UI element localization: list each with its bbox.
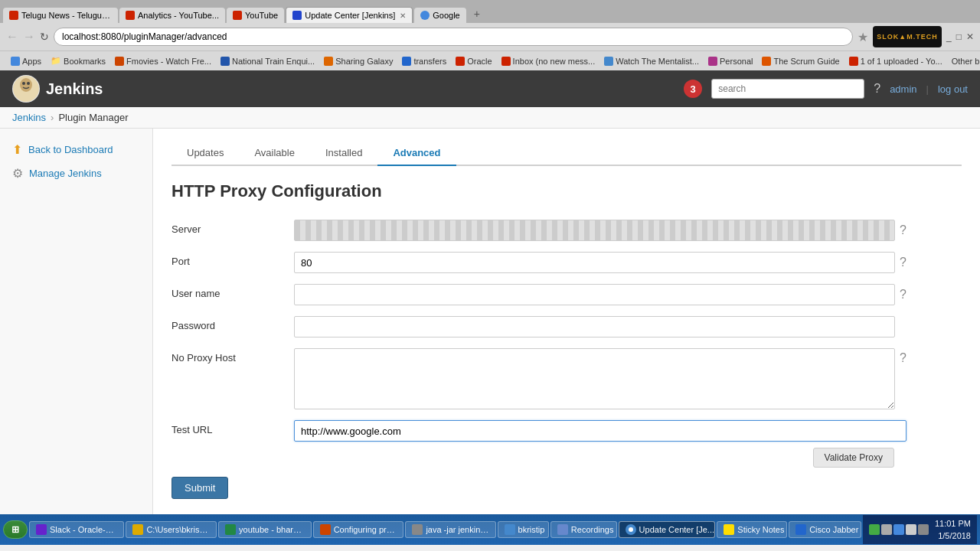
tab-5[interactable]: Google bbox=[414, 8, 466, 23]
search-input[interactable] bbox=[711, 79, 864, 99]
tab-available[interactable]: Available bbox=[239, 141, 310, 166]
page-title: HTTP Proxy Configuration bbox=[172, 181, 962, 201]
apps-bookmark[interactable]: Apps bbox=[6, 55, 46, 67]
sidebar-item-label: Back to Dashboard bbox=[28, 144, 113, 155]
no-proxy-help-icon[interactable]: ? bbox=[900, 348, 906, 365]
user-link[interactable]: admin bbox=[890, 83, 916, 95]
help-icon[interactable]: ? bbox=[874, 82, 880, 96]
other-bookmarks[interactable]: Other bookmarks bbox=[947, 55, 980, 67]
taskbar: ⊞ Slack - Oracle-De... C:\Users\bkristip… bbox=[0, 514, 980, 545]
oracle-bookmark[interactable]: Oracle bbox=[451, 55, 496, 67]
build-badge[interactable]: 3 bbox=[684, 80, 702, 98]
system-tray: 11:01 PM 1/5/2018 bbox=[863, 515, 977, 544]
tray-icon-1 bbox=[869, 524, 880, 535]
tab-advanced[interactable]: Advanced bbox=[377, 141, 456, 166]
tray-icon-5 bbox=[918, 524, 929, 535]
taskbar-item-jabber[interactable]: Cisco Jabber bbox=[789, 521, 861, 538]
slack-icon bbox=[36, 524, 47, 535]
fmovies-bookmark[interactable]: Fmovies - Watch Fre... bbox=[110, 55, 216, 67]
tab-5-favicon bbox=[420, 11, 430, 20]
logout-link[interactable]: log out bbox=[938, 83, 968, 95]
train-bookmark[interactable]: National Train Enqui... bbox=[216, 55, 319, 67]
password-row: Password ? bbox=[172, 316, 906, 337]
taskbar-item-recordings[interactable]: Recordings bbox=[550, 521, 617, 538]
forward-btn[interactable]: → bbox=[23, 30, 35, 44]
password-label: Password bbox=[172, 316, 294, 331]
tab-1[interactable]: Telugu News - Telugu C... bbox=[3, 8, 118, 23]
breadcrumb-home[interactable]: Jenkins bbox=[12, 112, 46, 123]
java-icon bbox=[412, 524, 423, 535]
port-label: Port bbox=[172, 252, 294, 267]
taskbar-item-java[interactable]: java -jar jenkins-... bbox=[405, 521, 495, 538]
plugin-tabs: Updates Available Installed Advanced bbox=[172, 141, 962, 166]
start-button[interactable]: ⊞ bbox=[3, 520, 28, 539]
min-btn[interactable]: _ bbox=[946, 31, 952, 42]
svg-point-3 bbox=[27, 82, 30, 85]
validate-proxy-button[interactable]: Validate Proxy bbox=[813, 448, 894, 468]
personal-bookmark[interactable]: Personal bbox=[704, 55, 757, 67]
explorer-icon bbox=[132, 524, 143, 535]
scrum-bookmark[interactable]: The Scrum Guide bbox=[757, 55, 844, 67]
test-url-input[interactable] bbox=[294, 420, 906, 442]
sticky-icon bbox=[724, 524, 734, 535]
bookmarks-bar: Apps 📁 Bookmarks Fmovies - Watch Fre... … bbox=[0, 51, 980, 70]
jenkins-app-title: Jenkins bbox=[46, 80, 103, 98]
taskbar-item-slack[interactable]: Slack - Oracle-De... bbox=[29, 521, 124, 538]
max-btn[interactable]: □ bbox=[956, 31, 962, 42]
server-input[interactable] bbox=[294, 220, 895, 241]
taskbar-item-youtube[interactable]: youtube - bharat-... bbox=[218, 521, 312, 538]
tab-updates[interactable]: Updates bbox=[172, 141, 239, 166]
content-area: Updates Available Installed Advanced HTT… bbox=[153, 129, 980, 514]
tab-4-close[interactable]: ✕ bbox=[400, 11, 406, 20]
youtube-bookmark[interactable]: 1 of 1 uploaded - Yo... bbox=[844, 55, 947, 67]
tab-4-active[interactable]: Update Center [Jenkins] ✕ bbox=[286, 7, 413, 23]
taskbar-item-bkristip[interactable]: bkristip bbox=[498, 521, 549, 538]
username-help-icon[interactable]: ? bbox=[900, 288, 906, 302]
password-input[interactable] bbox=[294, 316, 895, 337]
tray-icons bbox=[869, 524, 929, 535]
tray-icon-4 bbox=[906, 524, 916, 535]
inbox-bookmark[interactable]: Inbox (no new mess... bbox=[497, 55, 600, 67]
sidebar: ⬆ Back to Dashboard ⚙ Manage Jenkins bbox=[0, 129, 153, 514]
submit-button[interactable]: Submit bbox=[172, 477, 228, 499]
transfers-bookmark[interactable]: transfers bbox=[397, 55, 451, 67]
sidebar-item-label: Manage Jenkins bbox=[29, 168, 102, 179]
no-proxy-input-wrap: ? bbox=[294, 348, 906, 409]
back-btn[interactable]: ← bbox=[6, 30, 18, 44]
server-input-wrap: ? bbox=[294, 220, 906, 241]
port-help-icon[interactable]: ? bbox=[900, 256, 906, 269]
new-tab-btn[interactable]: + bbox=[468, 5, 486, 23]
username-input[interactable] bbox=[294, 284, 895, 305]
sidebar-item-dashboard[interactable]: ⬆ Back to Dashboard bbox=[0, 138, 152, 161]
close-btn[interactable]: ✕ bbox=[966, 31, 974, 42]
refresh-btn[interactable]: ↻ bbox=[40, 31, 49, 43]
tab-2[interactable]: Analytics - YouTube... bbox=[119, 8, 225, 23]
main-layout: ⬆ Back to Dashboard ⚙ Manage Jenkins Upd… bbox=[0, 129, 980, 514]
file-icon bbox=[505, 524, 515, 535]
jabber-icon bbox=[795, 524, 806, 535]
address-input[interactable] bbox=[54, 28, 853, 46]
bookmarks-folder[interactable]: 📁 Bookmarks bbox=[46, 54, 110, 67]
browser-logo: SLOK▲M.TECH bbox=[873, 26, 942, 47]
taskbar-item-explorer[interactable]: C:\Users\bkristip... bbox=[126, 521, 217, 538]
jenkins-logo: Jenkins bbox=[12, 75, 103, 103]
test-url-input-wrap bbox=[294, 420, 906, 442]
mentalist-bookmark[interactable]: Watch The Mentalist... bbox=[599, 55, 704, 67]
no-proxy-textarea[interactable] bbox=[294, 348, 895, 409]
sharing-bookmark[interactable]: Sharing Galaxy bbox=[319, 55, 397, 67]
tab-3[interactable]: YouTube bbox=[227, 8, 284, 23]
tab-installed[interactable]: Installed bbox=[310, 141, 377, 166]
taskbar-item-sticky[interactable]: Sticky Notes bbox=[717, 521, 787, 538]
sidebar-item-manage[interactable]: ⚙ Manage Jenkins bbox=[0, 161, 152, 185]
password-help-icon: ? bbox=[900, 320, 906, 334]
port-input[interactable] bbox=[294, 252, 895, 273]
password-input-wrap: ? bbox=[294, 316, 906, 337]
taskbar-item-update-center[interactable]: Update Center [Je... bbox=[619, 521, 716, 538]
port-input-wrap: ? bbox=[294, 252, 906, 273]
star-icon[interactable]: ★ bbox=[858, 30, 868, 44]
browser-chrome: Telugu News - Telugu C... Analytics - Yo… bbox=[0, 0, 980, 70]
tab-2-favicon bbox=[126, 11, 135, 20]
server-help-icon[interactable]: ? bbox=[900, 223, 906, 237]
tab-4-favicon bbox=[292, 11, 302, 20]
taskbar-item-config[interactable]: Configuring prox... bbox=[313, 521, 404, 538]
